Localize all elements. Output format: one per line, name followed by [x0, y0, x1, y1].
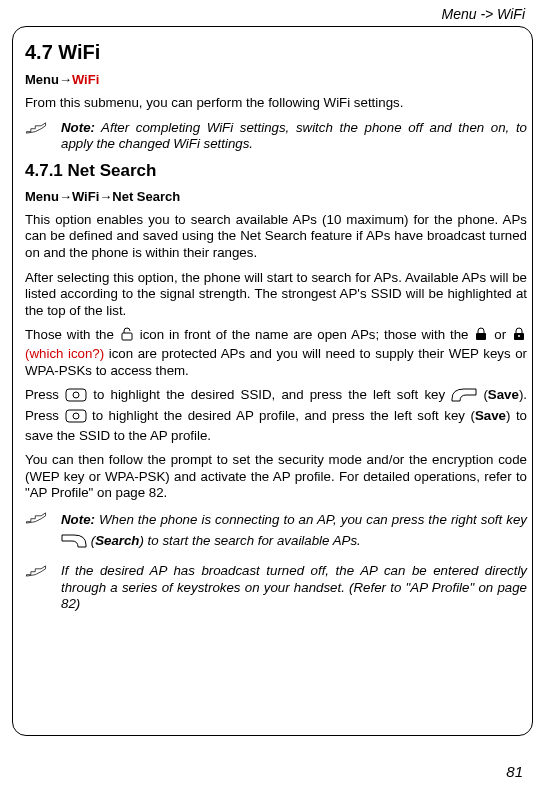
subsection-title: 4.7.1 Net Search	[25, 161, 527, 181]
para4-f: to highlight the desired AP profile, and…	[92, 408, 475, 423]
breadcrumb-main: Menu→WiFi	[25, 72, 527, 87]
search-label: Search	[95, 533, 139, 548]
para4-b: to highlight the desired SSID, and press…	[93, 387, 451, 402]
save-2: Save	[475, 408, 506, 423]
hand-icon	[25, 120, 61, 139]
svg-rect-1	[476, 333, 486, 340]
note-1-body: After completing WiFi settings, switch t…	[61, 120, 527, 152]
left-softkey-icon	[451, 387, 477, 408]
para3-a: Those with the	[25, 327, 119, 342]
para-3: Those with the icon in front of the name…	[25, 327, 527, 379]
hand-icon	[25, 563, 61, 582]
crumb-b: WiFi	[72, 189, 99, 204]
content-box: 4.7 WiFi Menu→WiFi From this submenu, yo…	[12, 26, 533, 736]
svg-point-7	[73, 413, 79, 419]
para-5: You can then follow the prompt to set th…	[25, 452, 527, 502]
hand-icon	[25, 510, 61, 529]
svg-point-5	[73, 392, 79, 398]
nav-key-icon	[65, 409, 87, 428]
page-number: 81	[506, 763, 523, 780]
note-3: If the desired AP has broadcast turned o…	[25, 563, 527, 613]
key-lock-icon	[511, 327, 527, 346]
breadcrumb-root: Menu	[25, 72, 59, 87]
svg-rect-0	[122, 333, 132, 340]
note2-a: When the phone is connecting to an AP, y…	[95, 512, 527, 527]
breadcrumb-sub: Menu→WiFi→Net Search	[25, 189, 527, 204]
breadcrumb-leaf: WiFi	[72, 72, 99, 87]
para3-c: or	[494, 327, 511, 342]
section-title: 4.7 WiFi	[25, 41, 527, 64]
para-1: This option enables you to search availa…	[25, 212, 527, 262]
note2-d: ) to start the search for available APs.	[140, 533, 361, 548]
svg-rect-6	[66, 410, 86, 422]
note-2: Note: When the phone is connecting to an…	[25, 510, 527, 555]
para-2: After selecting this option, the phone w…	[25, 270, 527, 320]
note-label: Note:	[61, 120, 95, 135]
right-softkey-icon	[61, 533, 87, 556]
para3-b: icon in front of the name are open APs; …	[140, 327, 474, 342]
para-4: Press to highlight the desired SSID, and…	[25, 387, 527, 444]
open-lock-icon	[119, 327, 135, 346]
crumb-c: Net Search	[112, 189, 180, 204]
arrow-icon: →	[59, 189, 72, 204]
note-2-text: Note: When the phone is connecting to an…	[61, 510, 527, 555]
svg-point-3	[518, 335, 520, 337]
closed-lock-icon	[473, 327, 489, 346]
note-label: Note:	[61, 512, 95, 527]
para3-d: (which icon?)	[25, 346, 104, 361]
intro-text: From this submenu, you can perform the f…	[25, 95, 527, 112]
note-3-text: If the desired AP has broadcast turned o…	[61, 563, 527, 613]
nav-key-icon	[65, 388, 87, 407]
header-path: Menu -> WiFi	[12, 6, 525, 22]
arrow-icon: →	[59, 72, 72, 87]
svg-rect-4	[66, 389, 86, 401]
note-1: Note: After completing WiFi settings, sw…	[25, 120, 527, 153]
arrow-icon: →	[99, 189, 112, 204]
note-1-text: Note: After completing WiFi settings, sw…	[61, 120, 527, 153]
save-1: Save	[488, 387, 519, 402]
para4-a: Press	[25, 387, 65, 402]
crumb-a: Menu	[25, 189, 59, 204]
